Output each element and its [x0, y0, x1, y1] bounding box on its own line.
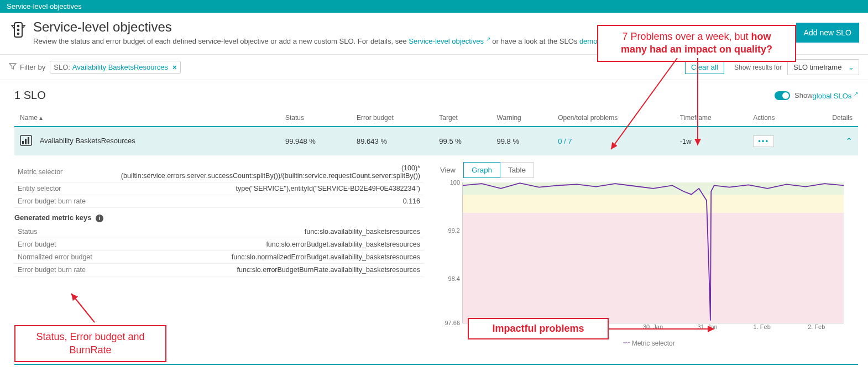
subtitle-text: Review the status and error budget of ea… [33, 37, 409, 45]
svg-rect-7 [28, 137, 29, 144]
timeframe-value: SLO timeframe [793, 63, 841, 71]
row-status: 99.948 % [280, 127, 351, 155]
chevron-down-icon: ⌄ [848, 63, 854, 71]
docs-link[interactable]: Service-level objectives ↗ [409, 37, 490, 45]
col-actions: Actions [747, 109, 804, 127]
traffic-light-icon [9, 20, 28, 41]
detail-panel: Metric selector(100)*(builtin:service.er… [14, 162, 858, 347]
svg-point-2 [17, 29, 20, 32]
clear-all-button[interactable]: Clear all [685, 60, 724, 74]
row-timeframe: -1w [674, 127, 747, 155]
row-error-budget: 89.643 % [351, 127, 433, 155]
svg-line-8 [71, 294, 95, 322]
filter-icon [9, 62, 17, 72]
timeframe-select[interactable]: SLO timeframe ⌄ [787, 59, 859, 75]
chart-legend: 〰 Metric selector [440, 339, 858, 347]
gen-value: func:slo.errorBudgetBurnRate.availabilit… [108, 264, 423, 276]
entity-selector-value: type("SERVICE"),entityId("SERVICE-BD2E49… [108, 182, 423, 195]
meta-table: Metric selector(100)*(builtin:service.er… [14, 162, 423, 208]
filter-label: Filter by [20, 63, 45, 71]
col-problems[interactable]: Open/total problems [552, 109, 674, 127]
legend-swatch-icon: 〰 [623, 339, 630, 347]
col-status[interactable]: Status [280, 109, 351, 127]
chip-remove-icon[interactable]: × [172, 63, 177, 71]
collapse-icon[interactable]: ⌃ [845, 137, 853, 146]
col-target[interactable]: Target [433, 109, 491, 127]
external-link-icon: ↗ [854, 91, 858, 97]
annotation-arrow [67, 289, 106, 328]
burn-rate-value: 0.116 [108, 195, 423, 208]
annotation-problems-box: 7 Problems over a week, but how many had… [597, 25, 796, 62]
metric-selector-value: (100)*(builtin:service.errors.server.suc… [108, 162, 423, 182]
row-actions-button[interactable]: ••• [753, 135, 774, 147]
col-timeframe[interactable]: Timeframe [674, 109, 747, 127]
metric-selector-label: Metric selector [14, 162, 108, 182]
global-toggle[interactable] [775, 91, 790, 100]
slo-table: Name ▴ Status Error budget Target Warnin… [14, 109, 858, 155]
subtitle-text: or have a look at the SLOs [492, 37, 579, 45]
view-label: View [440, 166, 456, 174]
gen-label: Error budget burn rate [14, 264, 108, 276]
col-details: Details [804, 109, 858, 127]
global-slos-link[interactable]: global SLOs ↗ [813, 91, 858, 100]
svg-rect-5 [22, 141, 24, 144]
slo-chart: 10099.298.497.66 27. Jan28. Jan29. Jan30… [440, 182, 844, 337]
legend-label: Metric selector [632, 339, 675, 347]
svg-point-3 [17, 33, 20, 35]
annotation-impactful-box: Impactful problems [468, 318, 609, 339]
bottom-divider [14, 364, 858, 365]
row-name: Availability BasketsResources [40, 137, 135, 145]
show-results-label: Show results for [734, 64, 782, 71]
svg-rect-6 [25, 139, 27, 144]
chip-value: Availability BasketsResources [72, 63, 168, 71]
breadcrumb: Service-level objectives [0, 0, 868, 13]
gen-label: Error budget [14, 238, 108, 251]
filter-chip[interactable]: SLO: Availability BasketsResources × [50, 61, 180, 74]
show-label: Show [794, 91, 813, 100]
col-name[interactable]: Name ▴ [14, 109, 280, 127]
annotation-status-box: Status, Error budget and BurnRate [14, 325, 166, 362]
row-warning: 99.8 % [491, 127, 553, 155]
col-error-budget[interactable]: Error budget [351, 109, 433, 127]
info-icon[interactable]: i [96, 215, 103, 222]
show-global-toggle-area: Show global SLOs ↗ [775, 91, 858, 100]
col-warning[interactable]: Warning [491, 109, 553, 127]
tab-table[interactable]: Table [500, 162, 534, 178]
table-row[interactable]: Availability BasketsResources 99.948 % 8… [14, 127, 858, 155]
slo-count: 1 SLO [14, 89, 46, 102]
row-target: 99.5 % [433, 127, 491, 155]
chip-key: SLO: [54, 63, 70, 71]
external-link-icon: ↗ [486, 36, 490, 42]
bar-chart-icon [20, 139, 34, 148]
gen-value: func:slo.availability_basketsresources [108, 226, 423, 238]
row-problems-link[interactable]: 0 / 7 [558, 137, 572, 145]
gen-label: Normalized error budget [14, 251, 108, 264]
add-new-slo-button[interactable]: Add new SLO [796, 23, 859, 43]
tab-graph[interactable]: Graph [463, 162, 500, 178]
gen-value: func:slo.errorBudget.availability_basket… [108, 238, 423, 251]
gen-value: func:slo.normalizedErrorBudget.availabil… [108, 251, 423, 264]
svg-point-1 [17, 25, 20, 28]
generated-keys-table: Statusfunc:slo.availability_basketsresou… [14, 226, 423, 276]
burn-rate-label: Error budget burn rate [14, 195, 108, 208]
entity-selector-label: Entity selector [14, 182, 108, 195]
generated-metric-heading: Generated metric keys i [14, 208, 423, 226]
gen-label: Status [14, 226, 108, 238]
